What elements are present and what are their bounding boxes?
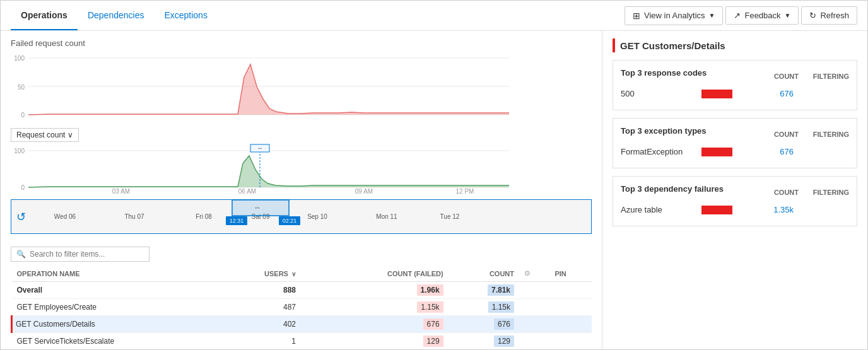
row-failed: 676	[320, 316, 449, 333]
failed-requests-chart: 100 50 0	[11, 52, 592, 123]
svg-text:Mon 11: Mon 11	[376, 213, 397, 220]
row-icon	[519, 316, 549, 333]
chart-type-dropdown[interactable]: Request count ∨	[11, 128, 79, 142]
exception-bar-container	[701, 148, 738, 156]
tab-exceptions[interactable]: Exceptions	[154, 1, 217, 30]
search-input[interactable]	[30, 250, 144, 259]
row-icon	[519, 299, 549, 316]
feedback-chevron-icon: ▼	[785, 12, 791, 19]
svg-text:Thu 07: Thu 07	[124, 213, 144, 220]
svg-text:02:21: 02:21	[283, 218, 297, 224]
pin-sort-icon: ⊙	[524, 269, 530, 277]
svg-text:03 AM: 03 AM	[112, 188, 130, 195]
col-header-pin: PIN	[549, 265, 592, 282]
svg-text:09 AM: 09 AM	[355, 188, 373, 195]
svg-text:↔: ↔	[257, 145, 263, 151]
row-pin	[549, 333, 592, 350]
nav-tabs: Operations Dependencies Exceptions	[11, 1, 218, 30]
refresh-icon: ↻	[809, 11, 816, 20]
col-header-spacer	[301, 265, 320, 282]
search-icon: 🔍	[16, 250, 26, 259]
row-failed: 1.96k	[320, 282, 449, 299]
response-code-bar	[701, 90, 732, 98]
row-count: 7.81k	[449, 282, 519, 299]
table-row[interactable]: Overall 888 1.96k 7.81k	[12, 282, 592, 299]
row-failed: 129	[320, 333, 449, 350]
tab-operations[interactable]: Operations	[11, 1, 78, 30]
row-failed: 1.15k	[320, 299, 449, 316]
row-count: 676	[449, 316, 519, 333]
svg-text:100: 100	[14, 55, 25, 62]
col-header-users: USERS ∨	[220, 265, 301, 282]
response-codes-title: Top 3 response codes	[621, 68, 707, 78]
timeline-back-icon[interactable]: ↺	[16, 210, 26, 224]
dep-col-filtering-header: FILTERING	[799, 189, 849, 196]
col-count-header: COUNT	[748, 73, 799, 80]
table-row[interactable]: GET Employees/Create 487 1.15k 1.15k	[12, 299, 592, 316]
row-name: GET Employees/Create	[12, 299, 221, 316]
svg-text:50: 50	[18, 84, 25, 91]
response-code-count[interactable]: 676	[743, 89, 794, 98]
svg-text:Wed 06: Wed 06	[54, 213, 76, 220]
row-users: 888	[220, 282, 301, 299]
row-pin	[549, 282, 592, 299]
row-spacer	[301, 282, 320, 299]
timeline-bar[interactable]: ↺ Wed 06 Thu 07 Fri 08 Sat 09 Sep 10 Mon…	[11, 199, 592, 234]
response-code-bar-container	[701, 90, 738, 98]
col-header-failed: COUNT (FAILED)	[320, 265, 449, 282]
left-panel: Failed request count 100 50 0	[1, 31, 602, 349]
svg-text:0: 0	[21, 112, 25, 119]
request-count-chart: 100 0 03 AM 06 AM 09 AM 12 PM ↔	[11, 144, 592, 197]
row-count: 129	[449, 333, 519, 350]
row-spacer	[301, 316, 320, 333]
row-name: Overall	[12, 282, 221, 299]
detail-title-bar: GET Customers/Details	[613, 38, 857, 52]
svg-text:↔: ↔	[254, 204, 261, 211]
dropdown-chevron-icon: ∨	[67, 131, 73, 139]
row-name: GET Customers/Details	[12, 316, 221, 333]
col-header-icon: ⊙	[519, 265, 549, 282]
svg-text:12 PM: 12 PM	[456, 188, 474, 195]
col-filtering-header: FILTERING	[799, 73, 849, 80]
svg-text:0: 0	[21, 184, 25, 191]
row-name: GET ServiceTickets/Escalate	[12, 333, 221, 350]
svg-text:12:31: 12:31	[230, 218, 244, 224]
response-code-row: 500 676	[621, 89, 849, 98]
exception-types-title: Top 3 exception types	[621, 126, 707, 136]
exception-label: FormatException	[621, 147, 696, 156]
row-users: 487	[220, 299, 301, 316]
dependency-row: Azure table 1.35k	[621, 205, 849, 214]
response-code-label: 500	[621, 89, 696, 98]
exception-bar	[701, 148, 732, 156]
row-pin	[549, 299, 592, 316]
svg-text:06 AM: 06 AM	[238, 188, 256, 195]
svg-text:Sep 10: Sep 10	[307, 213, 327, 220]
operations-table: OPERATION NAME USERS ∨ COUNT (FAILED) CO…	[11, 265, 592, 349]
right-panel: GET Customers/Details Top 3 response cod…	[602, 31, 867, 349]
view-in-analytics-button[interactable]: ⊞ View in Analytics ▼	[625, 6, 724, 25]
grid-icon: ⊞	[633, 11, 640, 21]
row-users: 1	[220, 333, 301, 350]
users-sort-icon[interactable]: ∨	[291, 271, 296, 277]
response-codes-section: Top 3 response codes COUNT FILTERING 500…	[613, 60, 857, 110]
dependency-count[interactable]: 1.35k	[743, 205, 794, 214]
search-box[interactable]: 🔍	[11, 247, 150, 262]
col-header-name: OPERATION NAME	[12, 265, 221, 282]
row-users: 402	[220, 316, 301, 333]
exception-count[interactable]: 676	[743, 147, 794, 156]
dependency-failures-section: Top 3 dependency failures COUNT FILTERIN…	[613, 176, 857, 226]
table-row[interactable]: GET Customers/Details 402 676 676	[12, 316, 592, 333]
feedback-icon: ↗	[734, 11, 741, 20]
feedback-button[interactable]: ↗ Feedback ▼	[725, 6, 799, 25]
row-icon	[519, 333, 549, 350]
refresh-button[interactable]: ↻ Refresh	[801, 6, 857, 25]
row-count: 1.15k	[449, 299, 519, 316]
exception-row: FormatException 676	[621, 147, 849, 156]
table-row[interactable]: GET ServiceTickets/Escalate 1 129 129	[12, 333, 592, 350]
svg-marker-11	[28, 156, 509, 187]
header-actions: ⊞ View in Analytics ▼ ↗ Feedback ▼ ↻ Ref…	[625, 6, 857, 25]
detail-red-indicator	[613, 38, 615, 52]
tab-dependencies[interactable]: Dependencies	[78, 1, 155, 30]
row-pin	[549, 316, 592, 333]
exception-types-section: Top 3 exception types COUNT FILTERING Fo…	[613, 118, 857, 168]
